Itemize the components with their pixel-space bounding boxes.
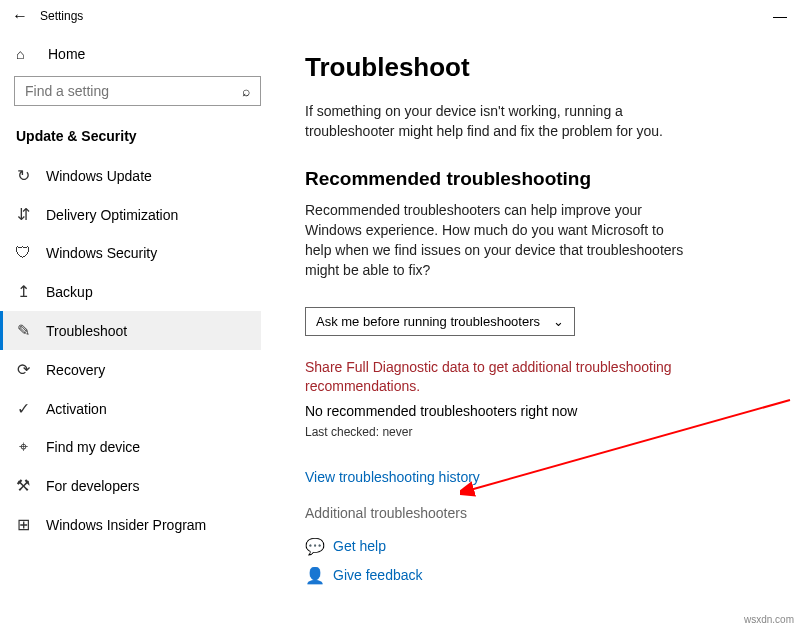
additional-troubleshooters-header[interactable]: Additional troubleshooters — [305, 505, 770, 521]
sidebar-item-label: For developers — [46, 478, 139, 494]
check-icon: ✓ — [14, 399, 32, 418]
chevron-down-icon: ⌄ — [553, 314, 564, 329]
sidebar-item-label: Windows Update — [46, 168, 152, 184]
sidebar: ⌂ Home ⌕ Update & Security ↻ Windows Upd… — [0, 32, 275, 629]
give-feedback-row: 👤 Give feedback — [305, 566, 770, 585]
page-title: Troubleshoot — [305, 52, 770, 83]
search-field[interactable] — [25, 83, 225, 99]
chat-icon: 💬 — [305, 537, 323, 556]
category-header: Update & Security — [14, 124, 261, 156]
search-input[interactable]: ⌕ — [14, 76, 261, 106]
sidebar-item-label: Windows Security — [46, 245, 157, 261]
sidebar-item-windows-security[interactable]: 🛡 Windows Security — [0, 234, 261, 272]
minimize-button[interactable]: — — [766, 8, 794, 24]
search-icon: ⌕ — [242, 83, 250, 99]
window-title: Settings — [40, 9, 83, 23]
sidebar-item-label: Recovery — [46, 362, 105, 378]
sidebar-item-delivery-optimization[interactable]: ⇵ Delivery Optimization — [0, 195, 261, 234]
sidebar-item-label: Find my device — [46, 439, 140, 455]
sidebar-item-label: Windows Insider Program — [46, 517, 206, 533]
wrench-icon: ✎ — [14, 321, 32, 340]
sidebar-item-windows-update[interactable]: ↻ Windows Update — [0, 156, 261, 195]
sidebar-item-backup[interactable]: ↥ Backup — [0, 272, 261, 311]
sidebar-item-label: Backup — [46, 284, 93, 300]
no-recommendations-text: No recommended troubleshooters right now — [305, 403, 770, 419]
recommended-heading: Recommended troubleshooting — [305, 168, 770, 190]
home-label: Home — [48, 46, 85, 62]
get-help-link[interactable]: Get help — [333, 538, 386, 554]
troubleshoot-mode-dropdown[interactable]: Ask me before running troubleshooters ⌄ — [305, 307, 575, 336]
titlebar: ← Settings — — [0, 0, 800, 32]
shield-icon: 🛡 — [14, 244, 32, 262]
sidebar-item-activation[interactable]: ✓ Activation — [0, 389, 261, 428]
last-checked-text: Last checked: never — [305, 425, 770, 439]
insider-icon: ⊞ — [14, 515, 32, 534]
home-icon: ⌂ — [16, 46, 34, 62]
recommended-desc: Recommended troubleshooters can help imp… — [305, 200, 685, 281]
sidebar-item-label: Activation — [46, 401, 107, 417]
watermark: wsxdn.com — [744, 614, 794, 625]
sidebar-item-for-developers[interactable]: ⚒ For developers — [0, 466, 261, 505]
give-feedback-link[interactable]: Give feedback — [333, 567, 423, 583]
diagnostic-warning: Share Full Diagnostic data to get additi… — [305, 358, 685, 397]
intro-text: If something on your device isn't workin… — [305, 101, 685, 142]
sidebar-item-recovery[interactable]: ⟳ Recovery — [0, 350, 261, 389]
sidebar-item-troubleshoot[interactable]: ✎ Troubleshoot — [0, 311, 261, 350]
sidebar-item-label: Delivery Optimization — [46, 207, 178, 223]
tools-icon: ⚒ — [14, 476, 32, 495]
sidebar-item-windows-insider[interactable]: ⊞ Windows Insider Program — [0, 505, 261, 544]
upload-icon: ↥ — [14, 282, 32, 301]
feedback-icon: 👤 — [305, 566, 323, 585]
history-link[interactable]: View troubleshooting history — [305, 469, 480, 485]
back-button[interactable]: ← — [6, 7, 34, 25]
home-nav[interactable]: ⌂ Home — [14, 40, 261, 76]
dropdown-value: Ask me before running troubleshooters — [316, 314, 540, 329]
get-help-row: 💬 Get help — [305, 537, 770, 556]
locate-icon: ⌖ — [14, 438, 32, 456]
sidebar-item-label: Troubleshoot — [46, 323, 127, 339]
recovery-icon: ⟳ — [14, 360, 32, 379]
sync-icon: ↻ — [14, 166, 32, 185]
sidebar-item-find-my-device[interactable]: ⌖ Find my device — [0, 428, 261, 466]
updown-icon: ⇵ — [14, 205, 32, 224]
main-content: Troubleshoot If something on your device… — [275, 32, 800, 629]
